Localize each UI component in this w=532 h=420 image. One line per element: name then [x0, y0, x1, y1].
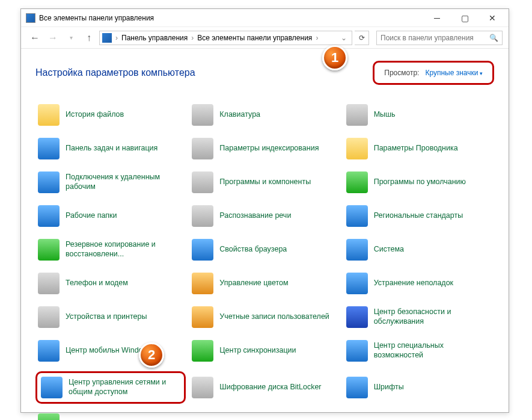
control-panel-item[interactable]: Шрифты — [344, 371, 494, 404]
breadcrumb-segment[interactable]: Все элементы панели управления — [197, 34, 312, 42]
item-label: Центр специальных возможностей — [374, 341, 488, 360]
control-panel-item[interactable]: Панель задач и навигация — [35, 135, 186, 162]
item-label: Свойства браузера — [219, 245, 287, 255]
view-selector-highlight: Просмотр: Крупные значки — [373, 61, 494, 85]
control-panel-item[interactable]: Центр управления сетями и общим доступом — [35, 371, 186, 404]
refresh-button[interactable]: ⟳ — [355, 31, 369, 45]
control-panel-item[interactable]: Шифрование диска BitLocker — [189, 371, 340, 404]
address-bar[interactable]: › Панель управления › Все элементы панел… — [99, 31, 352, 45]
control-panel-item[interactable]: Устранение неполадок — [344, 270, 494, 297]
content-area: 1 2 Настройка параметров компьютера Прос… — [21, 49, 509, 420]
annotation-badge-2: 2 — [139, 342, 164, 368]
item-label: Резервное копирование и восстановлени... — [66, 240, 180, 259]
speech-icon — [192, 205, 213, 227]
control-panel-item[interactable]: Параметры индексирования — [189, 135, 340, 162]
control-panel-item[interactable]: Телефон и модем — [35, 270, 186, 297]
control-panel-item[interactable]: Клавиатура — [189, 102, 340, 128]
control-panel-item[interactable]: Распознавание речи — [189, 203, 340, 229]
search-icon: 🔍 — [489, 34, 498, 42]
control-panel-item[interactable]: Свойства браузера — [189, 236, 340, 263]
control-panel-item[interactable]: Устройства и принтеры — [35, 304, 186, 330]
titlebar: Все элементы панели управления ─ ▢ ✕ — [21, 9, 509, 27]
user-accounts-icon — [192, 306, 213, 328]
backup-icon — [38, 239, 60, 261]
control-panel-item[interactable]: История файлов — [35, 102, 186, 128]
chevron-right-icon: › — [190, 34, 195, 42]
fonts-icon — [346, 377, 368, 398]
explorer-options-icon — [346, 138, 368, 159]
close-button[interactable]: ✕ — [478, 9, 506, 27]
address-dropdown[interactable]: ⌄ — [338, 34, 349, 42]
maximize-button[interactable]: ▢ — [451, 9, 478, 27]
control-panel-item[interactable]: Программы по умолчанию — [344, 169, 494, 196]
item-label: Устранение неполадок — [374, 279, 453, 288]
chevron-right-icon: › — [314, 34, 319, 42]
item-label: Устройства и принтеры — [66, 312, 147, 322]
minimize-button[interactable]: ─ — [423, 9, 451, 27]
sync-center-icon — [192, 340, 213, 362]
item-label: Подключения к удаленным рабочим — [66, 173, 180, 191]
ease-access-icon — [346, 340, 368, 362]
item-label: История файлов — [66, 110, 124, 120]
item-label: Распознавание речи — [219, 211, 291, 221]
keyboard-icon — [192, 104, 213, 126]
search-box[interactable]: 🔍 — [376, 31, 503, 45]
control-panel-item[interactable]: Центр синхронизации — [189, 338, 340, 364]
control-panel-item[interactable]: Центр безопасности и обслуживания — [344, 304, 494, 330]
item-label: Система — [374, 245, 404, 255]
control-panel-item[interactable]: Программы и компоненты — [189, 169, 340, 196]
remote-apps-icon — [38, 171, 60, 193]
control-panel-item[interactable]: Региональные стандарты — [344, 203, 494, 229]
default-programs-icon — [346, 171, 368, 193]
item-label: Параметры индексирования — [219, 144, 319, 153]
item-label: Учетные записи пользователей — [219, 312, 329, 322]
mouse-icon — [346, 104, 368, 126]
item-label: Мышь — [374, 110, 396, 120]
back-button[interactable]: ← — [27, 30, 43, 46]
control-panel-icon — [26, 13, 35, 23]
view-dropdown[interactable]: Крупные значки — [425, 69, 483, 77]
item-label: Центр безопасности и обслуживания — [374, 307, 488, 326]
item-label: Рабочие папки — [66, 211, 117, 221]
chevron-right-icon: › — [114, 34, 119, 42]
control-panel-item[interactable]: Подключения к удаленным рабочим — [35, 169, 186, 196]
item-label: Центр управления сетями и общим доступом — [69, 378, 180, 397]
control-panel-item[interactable]: Мышь — [344, 102, 494, 128]
region-icon — [346, 205, 368, 227]
forward-button[interactable]: → — [45, 30, 61, 46]
navigation-bar: ← → ▾ ↑ › Панель управления › Все элемен… — [21, 27, 509, 49]
internet-options-icon — [192, 239, 213, 261]
work-folders-icon — [38, 205, 60, 227]
indexing-icon — [192, 138, 213, 159]
power-options-icon — [38, 413, 60, 420]
control-panel-item[interactable]: Система — [344, 236, 494, 263]
control-panel-item[interactable]: Учетные записи пользователей — [189, 304, 340, 330]
page-heading: Настройка параметров компьютера — [35, 67, 195, 78]
breadcrumb-segment[interactable]: Панель управления — [121, 34, 188, 42]
search-input[interactable] — [381, 34, 489, 42]
control-panel-item[interactable]: Резервное копирование и восстановлени... — [35, 236, 186, 263]
item-label: Панель задач и навигация — [66, 144, 157, 153]
item-label: Центр синхронизации — [219, 346, 296, 356]
control-panel-item[interactable]: Управление цветом — [189, 270, 340, 297]
item-label: Параметры Проводника — [374, 144, 458, 153]
control-panel-item[interactable]: Параметры Проводника — [344, 135, 494, 162]
security-center-icon — [346, 306, 368, 328]
network-sharing-icon — [41, 377, 63, 398]
recent-dropdown[interactable]: ▾ — [63, 30, 79, 46]
view-label: Просмотр: — [384, 69, 419, 77]
control-panel-item[interactable]: Электропитание — [35, 411, 186, 420]
items-grid: История файловКлавиатураМышьПанель задач… — [35, 102, 494, 420]
control-panel-window: Все элементы панели управления ─ ▢ ✕ ← →… — [20, 8, 509, 413]
item-label: Шифрование диска BitLocker — [219, 383, 321, 392]
folder-history-icon — [38, 104, 60, 126]
control-panel-item[interactable]: Центр специальных возможностей — [344, 338, 494, 364]
item-label: Клавиатура — [219, 110, 260, 120]
devices-printers-icon — [38, 306, 60, 328]
item-label: Шрифты — [374, 383, 404, 392]
mobility-center-icon — [38, 340, 60, 362]
up-button[interactable]: ↑ — [81, 30, 97, 46]
control-panel-item[interactable]: Рабочие папки — [35, 203, 186, 229]
item-label: Управление цветом — [219, 279, 288, 288]
annotation-badge-1: 1 — [322, 45, 347, 70]
